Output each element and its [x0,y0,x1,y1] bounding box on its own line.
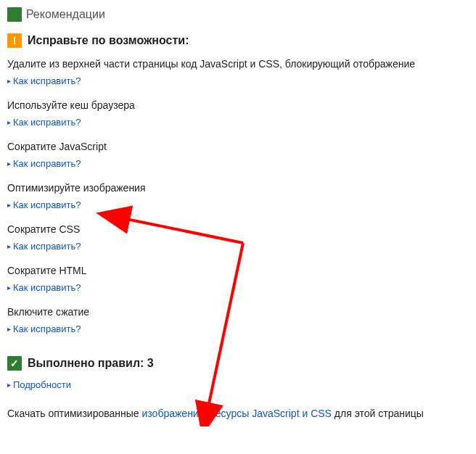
recommendations-label: Рекомендации [26,8,105,21]
details-link[interactable]: ▸ Подробности [7,379,71,390]
caret-right-icon: ▸ [7,118,11,126]
recommendation-item: Используйте кеш браузера ▸ Как исправить… [7,99,469,131]
download-link[interactable]: изображения, ресурсы JavaScript и CSS [142,408,332,419]
how-to-fix-link[interactable]: ▸ Как исправить? [7,117,81,128]
recommendation-item: Сократите JavaScript ▸ Как исправить? [7,141,469,172]
recommendation-item: Сократите HTML ▸ Как исправить? [7,265,469,296]
details-label: Подробности [13,379,71,390]
item-title: Используйте кеш браузера [7,99,469,111]
check-icon: ✓ [7,356,22,371]
download-line: Скачать оптимизированные изображения, ре… [7,408,469,419]
caret-right-icon: ▸ [7,325,11,333]
caret-right-icon: ▸ [7,381,11,389]
top-bar: Рекомендации [7,7,469,22]
how-to-fix-label: Как исправить? [13,199,81,210]
item-title: Сократите JavaScript [7,141,469,152]
item-title: Сократите HTML [7,265,469,276]
caret-right-icon: ▸ [7,201,11,209]
how-to-fix-link[interactable]: ▸ Как исправить? [7,199,81,210]
how-to-fix-link[interactable]: ▸ Как исправить? [7,241,81,252]
score-badge [7,7,22,22]
caret-right-icon: ▸ [7,242,11,250]
item-title: Удалите из верхней части страницы код Ja… [7,58,469,70]
passed-section-title: Выполнено правил: 3 [28,357,154,370]
how-to-fix-label: Как исправить? [13,241,81,252]
how-to-fix-link[interactable]: ▸ Как исправить? [7,323,81,334]
caret-right-icon: ▸ [7,160,11,168]
recommendation-item: Сократите CSS ▸ Как исправить? [7,223,469,255]
recommendation-item: Удалите из верхней части страницы код Ja… [7,58,469,89]
passed-section-header: ✓ Выполнено правил: 3 [7,356,469,371]
caret-right-icon: ▸ [7,77,11,85]
recommendation-item: Оптимизируйте изображения ▸ Как исправит… [7,182,469,213]
item-title: Включите сжатие [7,306,469,318]
how-to-fix-link[interactable]: ▸ Как исправить? [7,75,81,86]
how-to-fix-label: Как исправить? [13,323,81,334]
how-to-fix-label: Как исправить? [13,282,81,293]
caret-right-icon: ▸ [7,284,11,292]
fix-section-header: ! Исправьте по возможности: [7,33,469,48]
item-title: Сократите CSS [7,223,469,235]
item-title: Оптимизируйте изображения [7,182,469,194]
how-to-fix-link[interactable]: ▸ Как исправить? [7,282,81,293]
how-to-fix-label: Как исправить? [13,117,81,128]
warning-icon: ! [7,33,22,48]
how-to-fix-label: Как исправить? [13,75,81,86]
how-to-fix-label: Как исправить? [13,158,81,169]
recommendation-item: Включите сжатие ▸ Как исправить? [7,306,469,337]
download-prefix: Скачать оптимизированные [7,408,142,419]
how-to-fix-link[interactable]: ▸ Как исправить? [7,158,81,169]
download-suffix: для этой страницы [332,408,424,419]
fix-section-title: Исправьте по возможности: [28,34,189,47]
